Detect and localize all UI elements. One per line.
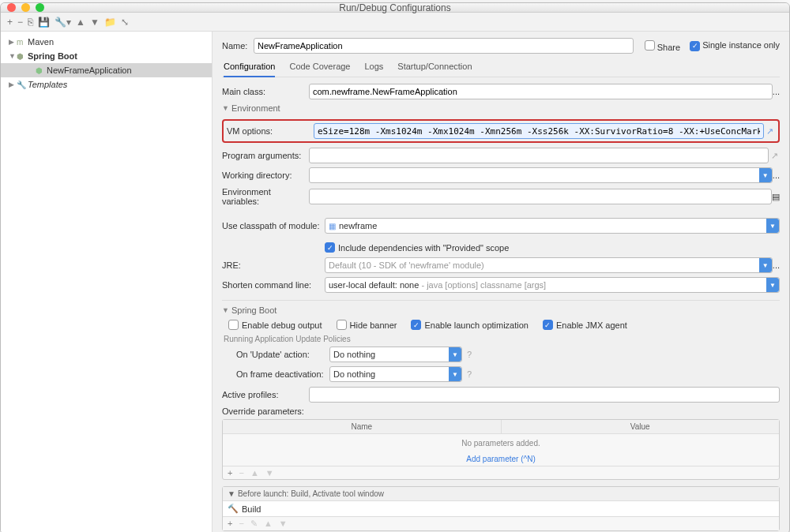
classpath-label: Use classpath of module: bbox=[222, 221, 325, 230]
springboot-title: Spring Boot bbox=[231, 305, 276, 315]
sidebar: ▶m Maven ▼⬢ Spring Boot ⬢ NewFrameApplic… bbox=[1, 32, 213, 532]
enable-launch-checkbox[interactable]: ✓ Enable launch optimization bbox=[411, 320, 528, 330]
vm-options-highlight: VM options: ↗ bbox=[222, 119, 780, 143]
folder-icon[interactable]: 📁 bbox=[104, 17, 116, 28]
on-deact-select[interactable]: Do nothing▼ bbox=[329, 366, 462, 382]
on-update-select[interactable]: Do nothing▼ bbox=[329, 347, 462, 362]
env-vars-label: Environment variables: bbox=[222, 187, 309, 206]
add-icon[interactable]: + bbox=[228, 468, 232, 478]
policies-title: Running Application Update Policies bbox=[224, 335, 780, 343]
down-icon[interactable]: ▼ bbox=[265, 468, 274, 478]
window-title: Run/Debug Configurations bbox=[1, 2, 789, 13]
browse-button[interactable]: ▤ bbox=[772, 192, 780, 202]
down-icon[interactable]: ▼ bbox=[279, 519, 288, 529]
sidebar-label: Templates bbox=[28, 80, 67, 89]
main-class-label: Main class: bbox=[222, 87, 309, 96]
single-instance-checkbox[interactable]: ✓ Single instance only bbox=[690, 40, 780, 51]
help-icon[interactable]: ? bbox=[467, 369, 472, 379]
tab-logs[interactable]: Logs bbox=[365, 58, 384, 77]
help-icon[interactable]: ? bbox=[467, 350, 472, 359]
titlebar: Run/Debug Configurations bbox=[1, 3, 789, 13]
shorten-select[interactable]: user-local default: none - java [options… bbox=[325, 277, 780, 293]
working-dir-label: Working directory: bbox=[222, 170, 309, 180]
add-icon[interactable]: + bbox=[228, 519, 232, 529]
vm-options-input[interactable] bbox=[314, 123, 764, 139]
expand-icon[interactable]: ↗ bbox=[764, 126, 775, 137]
add-icon[interactable]: + bbox=[7, 17, 13, 28]
param-value-header: Value bbox=[502, 420, 780, 433]
tab-code-coverage[interactable]: Code Coverage bbox=[289, 58, 350, 77]
remove-icon[interactable]: − bbox=[17, 17, 23, 28]
working-dir-select[interactable]: ▼ bbox=[309, 167, 773, 183]
spring-icon: ⬢ bbox=[17, 52, 28, 61]
copy-icon[interactable]: ⎘ bbox=[28, 17, 33, 28]
add-param-link[interactable]: Add parameter (^N) bbox=[223, 452, 779, 466]
save-icon[interactable]: 💾 bbox=[38, 17, 50, 28]
tab-configuration[interactable]: Configuration bbox=[224, 58, 275, 77]
vm-options-label: VM options: bbox=[227, 126, 314, 136]
browse-button[interactable]: ... bbox=[773, 260, 780, 270]
hide-banner-checkbox[interactable]: Hide banner bbox=[337, 320, 397, 330]
remove-icon[interactable]: − bbox=[239, 519, 243, 529]
classpath-select[interactable]: ▦newframe▼ bbox=[325, 218, 780, 234]
active-profiles-input[interactable] bbox=[309, 387, 780, 403]
sidebar-label: Maven bbox=[28, 37, 54, 47]
enable-jmx-checkbox[interactable]: ✓ Enable JMX agent bbox=[543, 320, 627, 330]
collapse-icon[interactable]: ▼ bbox=[222, 306, 229, 314]
main-class-input[interactable] bbox=[309, 84, 773, 99]
up-icon[interactable]: ▲ bbox=[250, 468, 259, 478]
up-icon[interactable]: ▲ bbox=[76, 17, 85, 28]
no-params-text: No parameters added. bbox=[223, 434, 779, 452]
edit-icon[interactable]: ✎ bbox=[250, 519, 258, 529]
env-vars-input[interactable] bbox=[309, 189, 772, 204]
override-params-table: Name Value No parameters added. Add para… bbox=[222, 419, 780, 480]
jre-select[interactable]: Default (10 - SDK of 'newframe' module)▼ bbox=[325, 257, 773, 273]
expand-icon[interactable]: ↗ bbox=[769, 151, 780, 161]
override-params-label: Override parameters: bbox=[222, 406, 780, 416]
tab-startup[interactable]: Startup/Connection bbox=[397, 58, 472, 77]
share-checkbox[interactable]: Share bbox=[645, 40, 680, 52]
hammer-icon: 🔨 bbox=[228, 504, 239, 514]
wrench-icon[interactable]: 🔧▾ bbox=[55, 17, 71, 28]
collapse-icon[interactable]: ⤡ bbox=[121, 17, 129, 28]
jre-label: JRE: bbox=[222, 260, 325, 270]
browse-button[interactable]: ... bbox=[773, 170, 780, 180]
spring-icon: ⬢ bbox=[36, 66, 47, 75]
remove-icon[interactable]: − bbox=[239, 468, 243, 478]
up-icon[interactable]: ▲ bbox=[264, 519, 273, 529]
sidebar-item-maven[interactable]: ▶m Maven bbox=[1, 35, 212, 49]
build-item[interactable]: 🔨Build bbox=[223, 501, 779, 516]
sidebar-item-newframe[interactable]: ⬢ NewFrameApplication bbox=[1, 63, 212, 77]
program-args-input[interactable] bbox=[309, 148, 769, 163]
on-deact-label: On frame deactivation: bbox=[236, 369, 329, 379]
browse-button[interactable]: ... bbox=[773, 87, 780, 96]
on-update-label: On 'Update' action: bbox=[236, 350, 329, 359]
program-args-label: Program arguments: bbox=[222, 151, 309, 160]
active-profiles-label: Active profiles: bbox=[222, 390, 309, 399]
enable-debug-checkbox[interactable]: Enable debug output bbox=[228, 320, 322, 330]
before-launch-title: Before launch: Build, Activate tool wind… bbox=[238, 489, 384, 498]
toolbar: + − ⎘ 💾 🔧▾ ▲ ▼ 📁 ⤡ bbox=[1, 13, 789, 32]
sidebar-item-templates[interactable]: ▶🔧 Templates bbox=[1, 77, 212, 92]
sidebar-item-springboot[interactable]: ▼⬢ Spring Boot bbox=[1, 49, 212, 63]
environment-title: Environment bbox=[231, 103, 280, 113]
collapse-icon[interactable]: ▼ bbox=[228, 489, 235, 498]
sidebar-label: Spring Boot bbox=[28, 51, 77, 61]
shorten-label: Shorten command line: bbox=[222, 280, 325, 290]
include-deps-checkbox[interactable]: ✓ Include dependencies with "Provided" s… bbox=[325, 242, 509, 253]
param-name-header: Name bbox=[223, 420, 502, 433]
name-label: Name: bbox=[222, 41, 254, 51]
maven-icon: m bbox=[17, 38, 28, 47]
down-icon[interactable]: ▼ bbox=[90, 17, 100, 28]
sidebar-label: NewFrameApplication bbox=[47, 66, 132, 75]
name-input[interactable] bbox=[254, 38, 634, 54]
collapse-icon[interactable]: ▼ bbox=[222, 104, 229, 112]
wrench-icon: 🔧 bbox=[17, 81, 28, 89]
